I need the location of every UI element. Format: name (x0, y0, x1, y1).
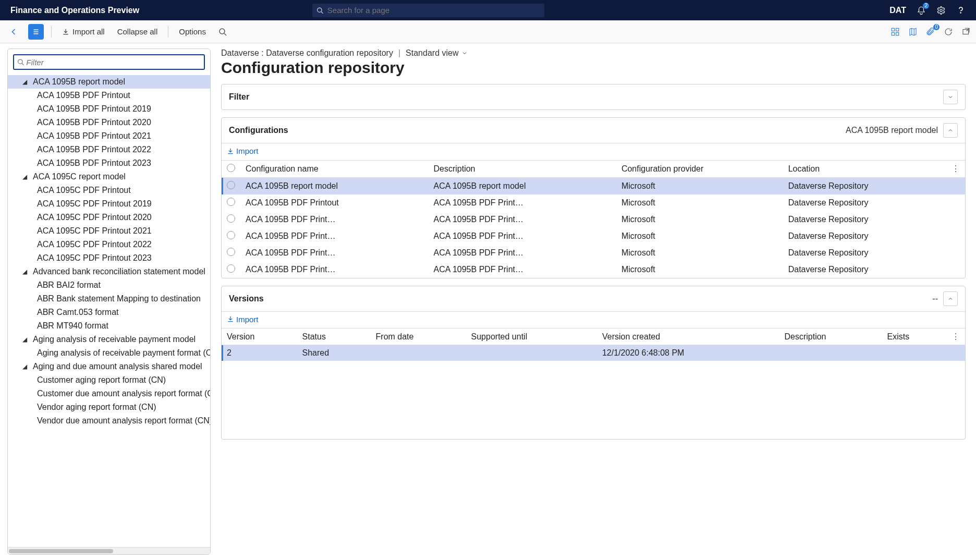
col-exists[interactable]: Exists (882, 328, 946, 345)
select-all-header[interactable] (222, 161, 240, 178)
tree-parent-node[interactable]: ◢ACA 1095B report model (8, 75, 210, 89)
tree-child-node[interactable]: ACA 1095C PDF Printout 2023 (8, 251, 210, 265)
options-button[interactable]: Options (176, 25, 209, 38)
config-import-button[interactable]: Import (227, 147, 259, 155)
scrollbar-thumb[interactable] (9, 549, 113, 553)
global-search[interactable] (312, 4, 544, 17)
tree-parent-node[interactable]: ◢Advanced bank reconciliation statement … (8, 265, 210, 278)
tree-node-label: ACA 1095B PDF Printout 2023 (37, 156, 151, 170)
filter-panel-header[interactable]: Filter (222, 84, 965, 109)
cell-config-name: ACA 1095B PDF Printout (240, 194, 428, 211)
tree-node-label: ACA 1095C PDF Printout 2022 (37, 238, 152, 251)
col-description[interactable]: Description (779, 328, 882, 345)
caret-icon: ◢ (22, 75, 27, 89)
versions-panel-header[interactable]: Versions -- (222, 286, 965, 312)
tree-child-node[interactable]: Aging analysis of receivable payment for… (8, 346, 210, 360)
tree-child-node[interactable]: ACA 1095B PDF Printout 2020 (8, 116, 210, 129)
tree-child-node[interactable]: ACA 1095C PDF Printout 2020 (8, 211, 210, 224)
collapse-all-button[interactable]: Collapse all (114, 25, 161, 38)
tree-node-label: ABR MT940 format (37, 319, 108, 333)
tree-child-node[interactable]: ACA 1095B PDF Printout 2022 (8, 143, 210, 156)
row-selector[interactable] (222, 177, 240, 194)
grid-more-icon[interactable]: ⋮ (946, 161, 965, 178)
tree-child-node[interactable]: ACA 1095C PDF Printout 2022 (8, 238, 210, 251)
row-selector[interactable] (222, 228, 240, 245)
config-row[interactable]: ACA 1095B PDF Printout ...ACA 1095B PDF … (222, 211, 965, 228)
help-icon[interactable] (956, 6, 966, 15)
tree-parent-node[interactable]: ◢Aging analysis of receivable payment mo… (8, 333, 210, 346)
tree-child-node[interactable]: ACA 1095C PDF Printout 2019 (8, 197, 210, 211)
row-selector[interactable] (222, 211, 240, 228)
tree-node-label: ACA 1095C PDF Printout 2020 (37, 211, 152, 224)
tree-child-node[interactable]: Customer due amount analysis report form… (8, 387, 210, 400)
grid-icon[interactable] (890, 27, 900, 36)
tree-child-node[interactable]: ACA 1095B PDF Printout 2019 (8, 102, 210, 116)
import-all-button[interactable]: Import all (59, 25, 108, 38)
tree-filter-input[interactable] (26, 58, 201, 67)
tree-child-node[interactable]: Vendor due amount analysis report format… (8, 414, 210, 428)
tree-parent-node[interactable]: ◢ACA 1095C report model (8, 170, 210, 184)
col-description[interactable]: Description (428, 161, 616, 178)
cell-location: Dataverse Repository (783, 194, 946, 211)
versions-collapse-button[interactable] (943, 291, 958, 306)
col-from-date[interactable]: From date (371, 328, 466, 345)
version-import-button[interactable]: Import (227, 315, 259, 324)
col-provider[interactable]: Configuration provider (616, 161, 783, 178)
attachments-icon[interactable]: 0 (926, 27, 935, 36)
refresh-icon[interactable] (944, 27, 953, 36)
config-row[interactable]: ACA 1095B report modelACA 1095B report m… (222, 177, 965, 194)
grid-more-icon[interactable]: ⋮ (946, 328, 965, 345)
toolbar-search-button[interactable] (215, 26, 230, 38)
col-location[interactable]: Location (783, 161, 946, 178)
tree-child-node[interactable]: ACA 1095B PDF Printout 2021 (8, 129, 210, 143)
back-button[interactable] (5, 25, 22, 39)
col-supported-until[interactable]: Supported until (466, 328, 597, 345)
global-search-input[interactable] (327, 6, 540, 15)
configurations-collapse-button[interactable] (943, 123, 958, 138)
tree-node-label: Aging analysis of receivable payment for… (37, 346, 210, 360)
col-status[interactable]: Status (297, 328, 371, 345)
breadcrumb-separator: | (398, 48, 400, 58)
notifications-icon[interactable]: 2 (917, 6, 926, 15)
version-row[interactable]: 2Shared12/1/2020 6:48:08 PM (222, 345, 965, 361)
toolbar-separator (51, 26, 52, 38)
tree-child-node[interactable]: ABR MT940 format (8, 319, 210, 333)
tree-child-node[interactable]: ABR Bank statement Mapping to destinatio… (8, 292, 210, 306)
tree-child-node[interactable]: Customer aging report format (CN) (8, 373, 210, 387)
cell-config-name: ACA 1095B report model (240, 177, 428, 194)
tree-child-node[interactable]: ACA 1095B PDF Printout (8, 89, 210, 102)
cell-description: ACA 1095B report model (428, 177, 616, 194)
tree-child-node[interactable]: ACA 1095B PDF Printout 2023 (8, 156, 210, 170)
tree-horizontal-scrollbar[interactable] (8, 547, 210, 554)
config-row[interactable]: ACA 1095B PDF PrintoutACA 1095B PDF Prin… (222, 194, 965, 211)
row-selector[interactable] (222, 194, 240, 211)
versions-panel: Versions -- Import Version (221, 286, 966, 440)
row-selector[interactable] (222, 245, 240, 261)
tree-child-node[interactable]: ABR Camt.053 format (8, 306, 210, 319)
tree-child-node[interactable]: ACA 1095C PDF Printout 2021 (8, 224, 210, 238)
company-switcher[interactable]: DAT (889, 6, 906, 15)
popout-icon[interactable] (961, 27, 971, 36)
config-tree[interactable]: ◢ACA 1095B report modelACA 1095B PDF Pri… (8, 75, 210, 547)
config-row[interactable]: ACA 1095B PDF Printout ...ACA 1095B PDF … (222, 245, 965, 261)
col-version-created[interactable]: Version created (597, 328, 779, 345)
nav-pane-toggle[interactable] (28, 24, 44, 40)
settings-icon[interactable] (936, 6, 946, 15)
configurations-panel-header[interactable]: Configurations ACA 1095B report model (222, 118, 965, 143)
view-selector[interactable]: Standard view (406, 48, 468, 58)
col-version[interactable]: Version (222, 328, 297, 345)
tree-child-node[interactable]: ABR BAI2 format (8, 278, 210, 292)
tree-child-node[interactable]: Vendor aging report format (CN) (8, 400, 210, 414)
tree-parent-node[interactable]: ◢Aging and due amount analysis shared mo… (8, 360, 210, 373)
cell-description: ACA 1095B PDF Printout f... (428, 211, 616, 228)
row-selector[interactable] (222, 261, 240, 278)
cell-location: Dataverse Repository (783, 261, 946, 278)
filter-expand-button[interactable] (943, 90, 958, 104)
tree-filter[interactable] (13, 54, 205, 70)
config-row[interactable]: ACA 1095B PDF Printout ...ACA 1095B PDF … (222, 261, 965, 278)
map-icon[interactable] (908, 27, 918, 36)
tree-child-node[interactable]: ACA 1095C PDF Printout (8, 184, 210, 197)
config-row[interactable]: ACA 1095B PDF Printout ...ACA 1095B PDF … (222, 228, 965, 245)
svg-point-16 (18, 59, 22, 64)
col-config-name[interactable]: Configuration name (240, 161, 428, 178)
